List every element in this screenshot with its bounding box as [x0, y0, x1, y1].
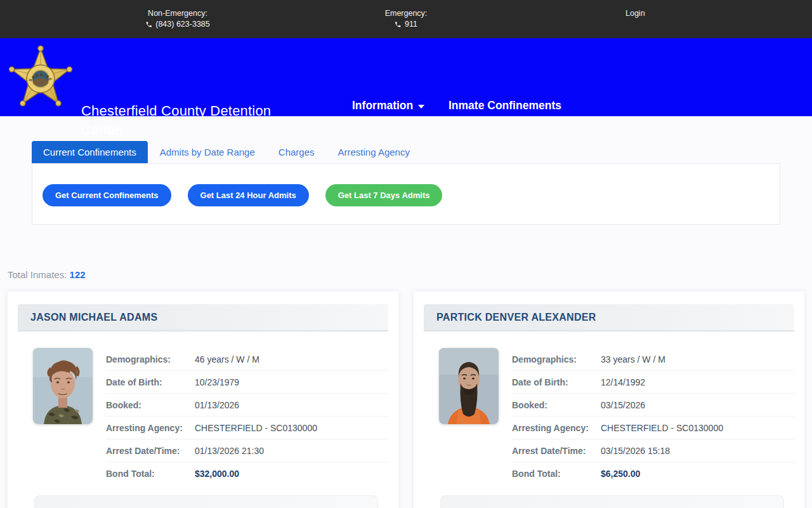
- mugshot-photo: [439, 348, 499, 424]
- detail-row: Arrest Date/Time:01/13/2026 21:30: [106, 439, 388, 462]
- inmate-card-list: JASON MICHAEL ADAMS: [0, 291, 812, 508]
- inmate-card-header: PARTICK DENVER ALEXANDER: [424, 304, 794, 331]
- inmate-card-header: JASON MICHAEL ADAMS: [18, 304, 388, 331]
- tab-admits-by-date-range[interactable]: Admits by Date Range: [148, 141, 266, 163]
- detail-row: Date of Birth:12/14/1992: [512, 371, 794, 394]
- total-inmates-line: Total Inmates: 122: [8, 269, 812, 280]
- detail-value: 33 years / W / M: [601, 354, 665, 364]
- detail-label: Arresting Agency:: [512, 423, 601, 433]
- detail-label: Demographics:: [106, 354, 195, 364]
- nav-inmate-confinements[interactable]: Inmate Confinements: [449, 99, 561, 112]
- inmate-details: Demographics:46 years / W / M Date of Bi…: [106, 348, 388, 485]
- nav-information-dropdown[interactable]: Information: [352, 99, 424, 112]
- mugshot-photo: [33, 348, 93, 424]
- nav-inmate-confinements-label: Inmate Confinements: [449, 99, 561, 112]
- total-inmates-label: Total Inmates:: [8, 269, 67, 280]
- detail-value: 03/15/2026: [601, 400, 645, 410]
- inmate-details: Demographics:33 years / W / M Date of Bi…: [512, 348, 794, 485]
- non-emergency-number: (843) 623-3385: [155, 19, 209, 29]
- detail-label: Arresting Agency:: [106, 423, 195, 433]
- phone-icon: [145, 21, 152, 28]
- get-last-7-days-admits-button[interactable]: Get Last 7 Days Admits: [325, 184, 443, 206]
- detail-label: Booked:: [106, 400, 195, 410]
- get-current-confinements-button[interactable]: Get Current Confinements: [43, 184, 171, 206]
- site-title[interactable]: Chesterfield County Detention Center: [81, 102, 300, 140]
- detail-value: CHESTERFIELD - SC0130000: [195, 423, 317, 433]
- detail-row: Arresting Agency:CHESTERFIELD - SC013000…: [512, 417, 794, 439]
- tab-charges[interactable]: Charges: [267, 141, 326, 163]
- detail-value: 01/13/2026: [195, 400, 239, 410]
- chevron-down-icon: [418, 105, 424, 109]
- detail-row: Arresting Agency:CHESTERFIELD - SC013000…: [106, 417, 388, 439]
- emergency-contact[interactable]: Emergency: 911: [385, 8, 428, 29]
- actions-panel: Get Current Confinements Get Last 24 Hou…: [32, 163, 780, 225]
- detail-value: 12/14/1992: [601, 377, 645, 387]
- site-masthead: SHERIFF Chesterfield County Detention Ce…: [0, 38, 812, 116]
- detail-row: Date of Birth:10/23/1979: [106, 371, 388, 394]
- detail-row: Demographics:33 years / W / M: [512, 348, 794, 371]
- bond-total-value: $6,250.00: [601, 469, 640, 479]
- inmate-name: PARTICK DENVER ALEXANDER: [436, 312, 596, 323]
- emergency-number: 911: [405, 19, 417, 29]
- detail-row: Bond Total:$6,250.00: [512, 462, 794, 485]
- inmate-card: PARTICK DENVER ALEXANDER: [414, 291, 804, 508]
- tab-arresting-agency[interactable]: Arresting Agency: [327, 141, 421, 163]
- detail-label: Date of Birth:: [106, 377, 195, 387]
- inmate-card: JASON MICHAEL ADAMS: [8, 291, 398, 508]
- detail-label: Bond Total:: [106, 469, 195, 479]
- detail-value: 01/13/2026 21:30: [195, 446, 264, 456]
- emergency-label: Emergency:: [385, 8, 428, 18]
- get-last-24-hour-admits-button[interactable]: Get Last 24 Hour Admits: [188, 184, 309, 206]
- detail-row: Bond Total:$32,000.00: [106, 462, 388, 485]
- tab-current-confinements[interactable]: Current Confinements: [32, 141, 148, 163]
- detail-row: Demographics:46 years / W / M: [106, 348, 388, 371]
- non-emergency-contact[interactable]: Non-Emergency: (843) 623-3385: [145, 8, 209, 29]
- bond-total-value: $32,000.00: [195, 469, 239, 479]
- inmate-name: JASON MICHAEL ADAMS: [30, 312, 157, 323]
- detail-value: CHESTERFIELD - SC0130000: [601, 423, 723, 433]
- detail-value: 03/15/2026 15:18: [601, 446, 670, 456]
- detail-label: Bond Total:: [512, 469, 601, 479]
- card-subsection-header: [34, 495, 378, 508]
- detail-label: Date of Birth:: [512, 377, 601, 387]
- detail-value: 46 years / W / M: [195, 354, 259, 364]
- non-emergency-label: Non-Emergency:: [145, 8, 209, 18]
- nav-information-label: Information: [352, 99, 413, 112]
- phone-icon: [395, 21, 402, 28]
- card-subsection-header: [440, 495, 784, 508]
- detail-label: Demographics:: [512, 354, 601, 364]
- total-inmates-value: 122: [70, 269, 86, 280]
- detail-row: Arrest Date/Time:03/15/2026 15:18: [512, 439, 794, 462]
- detail-row: Booked:01/13/2026: [106, 394, 388, 417]
- top-utility-bar: Non-Emergency: (843) 623-3385 Emergency:…: [0, 0, 812, 38]
- login-link[interactable]: Login: [625, 9, 645, 18]
- detail-row: Booked:03/15/2026: [512, 394, 794, 417]
- detail-label: Arrest Date/Time:: [512, 446, 601, 456]
- sheriff-star-logo[interactable]: SHERIFF: [8, 43, 74, 112]
- detail-label: Arrest Date/Time:: [106, 446, 195, 456]
- detail-label: Booked:: [512, 400, 601, 410]
- detail-value: 10/23/1979: [195, 377, 239, 387]
- tab-bar: Current Confinements Admits by Date Rang…: [32, 141, 780, 163]
